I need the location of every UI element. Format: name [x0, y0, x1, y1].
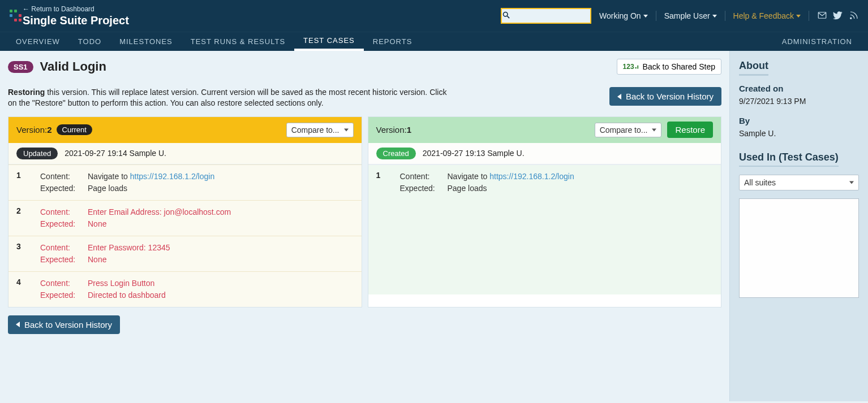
- step-body: Content:Enter Password: 12345Expected:No…: [40, 242, 354, 266]
- sidebar: About Created on 9/27/2021 9:13 PM By Sa…: [730, 51, 868, 401]
- step-number: 2: [16, 206, 27, 230]
- tab-administration[interactable]: ADMINISTRATION: [773, 32, 861, 51]
- tab-reports[interactable]: REPORTS: [364, 32, 422, 51]
- expected-value: None: [88, 254, 106, 266]
- version-label: Version:2: [16, 125, 52, 135]
- content-label: Content:: [40, 278, 80, 289]
- step-row: 1Content:Navigate to https://192.168.1.2…: [8, 164, 362, 200]
- steps-list-v1: 1Content:Navigate to https://192.168.1.2…: [368, 164, 721, 294]
- step-number: 4: [16, 278, 27, 301]
- nav-tabs: OVERVIEW TODO MILESTONES TEST RUNS & RES…: [0, 32, 868, 51]
- about-heading: About: [739, 60, 768, 76]
- step-row: 3Content:Enter Password: 12345Expected:N…: [8, 236, 362, 271]
- expected-value: Page loads: [88, 183, 127, 194]
- content-value: Enter Password: 12345: [88, 242, 170, 254]
- step-row: 4Content:Press Login ButtonExpected:Dire…: [8, 271, 362, 307]
- restore-button[interactable]: Restore: [667, 122, 713, 138]
- svg-line-1: [507, 16, 509, 18]
- content-label: Content:: [40, 206, 80, 218]
- tab-todo[interactable]: TODO: [69, 32, 110, 51]
- content-label: Content:: [400, 171, 440, 183]
- tab-testcases[interactable]: TEST CASES: [294, 32, 364, 51]
- version-meta: 2021-09-27 19:14 Sample U.: [65, 149, 166, 158]
- step-body: Content:Enter Email Address: jon@localho…: [40, 206, 354, 230]
- case-id-chip: SS1: [8, 61, 33, 73]
- back-to-version-history-button-top[interactable]: Back to Version History: [609, 87, 721, 106]
- tab-testruns[interactable]: TEST RUNS & RESULTS: [182, 32, 294, 51]
- step-row: 2Content:Enter Email Address: jon@localh…: [8, 200, 362, 236]
- version-meta: 2021-09-27 19:13 Sample U.: [423, 149, 525, 158]
- expected-label: Expected:: [40, 218, 80, 230]
- content-link[interactable]: https://192.168.1.2/login: [489, 172, 574, 181]
- version-panel-2: Version:2 Current Compare to... Updated …: [8, 116, 362, 307]
- compare-to-select-v1[interactable]: Compare to...: [595, 123, 662, 137]
- content-value: Press Login Button: [88, 278, 154, 289]
- search-icon: [502, 11, 510, 21]
- content-value: Navigate to https://192.168.1.2/login: [88, 171, 214, 183]
- by-value: Sample U.: [739, 129, 859, 138]
- chevron-down-icon: [643, 15, 648, 18]
- return-to-dashboard-link[interactable]: ← Return to Dashboard: [23, 5, 129, 13]
- content-label: Content:: [40, 171, 80, 183]
- suites-select[interactable]: All suites: [739, 175, 859, 190]
- help-feedback-dropdown[interactable]: Help & Feedback: [733, 11, 801, 20]
- tab-overview[interactable]: OVERVIEW: [7, 32, 69, 51]
- content-label: Content:: [40, 242, 80, 254]
- updated-pill: Updated: [16, 148, 58, 159]
- created-on-value: 9/27/2021 9:13 PM: [739, 97, 859, 106]
- compare-to-select-v2[interactable]: Compare to...: [286, 123, 354, 137]
- step-number: 3: [16, 242, 27, 266]
- content-link[interactable]: https://192.168.1.2/login: [130, 172, 214, 181]
- chevron-down-icon: [796, 15, 801, 18]
- step-row: 1Content:Navigate to https://192.168.1.2…: [368, 164, 721, 200]
- svg-point-0: [504, 12, 508, 17]
- top-header: ← Return to Dashboard Single Suite Proje…: [0, 0, 868, 32]
- step-number: 1: [16, 171, 27, 194]
- divider: [656, 11, 656, 21]
- by-label: By: [739, 116, 859, 125]
- version-panel-1: Version:1 Compare to... Restore Created …: [368, 116, 722, 307]
- app-logo: [9, 9, 23, 23]
- steps-list-v2: 1Content:Navigate to https://192.168.1.2…: [8, 164, 362, 307]
- version-label: Version:1: [376, 125, 412, 135]
- arrow-left-icon: [16, 322, 20, 327]
- restore-message: Restoring this version. This will replac…: [8, 87, 449, 109]
- user-dropdown[interactable]: Sample User: [664, 11, 717, 20]
- created-pill: Created: [376, 148, 416, 159]
- current-chip: Current: [57, 124, 92, 135]
- expected-label: Expected:: [40, 254, 80, 266]
- project-title: Single Suite Project: [23, 14, 129, 27]
- mail-icon[interactable]: [817, 10, 827, 22]
- shared-step-icon: 123⠴: [623, 63, 639, 71]
- content-value: Navigate to https://192.168.1.2/login: [448, 171, 574, 183]
- search-box[interactable]: [501, 8, 591, 24]
- content-value: Enter Email Address: jon@localhost.com: [88, 206, 231, 218]
- expected-label: Expected:: [40, 183, 80, 194]
- step-body: Content:Press Login ButtonExpected:Direc…: [40, 278, 354, 301]
- used-in-heading: Used In (Test Cases): [739, 151, 839, 167]
- expected-value: Directed to dashboard: [88, 289, 166, 301]
- divider: [725, 11, 725, 21]
- twitter-icon[interactable]: [833, 10, 843, 22]
- svg-point-3: [850, 18, 852, 19]
- created-on-label: Created on: [739, 84, 859, 93]
- arrow-left-icon: [617, 94, 621, 99]
- case-title: Valid Login: [40, 59, 106, 74]
- back-to-version-history-button-bottom[interactable]: Back to Version History: [8, 315, 120, 334]
- divider: [809, 11, 809, 21]
- used-in-list[interactable]: [739, 198, 859, 298]
- chevron-down-icon: [712, 15, 717, 18]
- step-body: Content:Navigate to https://192.168.1.2/…: [400, 171, 714, 194]
- expected-label: Expected:: [40, 289, 80, 301]
- tab-milestones[interactable]: MILESTONES: [110, 32, 182, 51]
- expected-value: None: [88, 218, 106, 230]
- expected-value: Page loads: [448, 183, 487, 194]
- expected-label: Expected:: [400, 183, 440, 194]
- step-body: Content:Navigate to https://192.168.1.2/…: [40, 171, 354, 194]
- rss-icon[interactable]: [849, 10, 859, 22]
- back-to-shared-step-button[interactable]: 123⠴ Back to Shared Step: [617, 59, 721, 75]
- step-number: 1: [376, 171, 386, 194]
- search-input[interactable]: [510, 9, 610, 23]
